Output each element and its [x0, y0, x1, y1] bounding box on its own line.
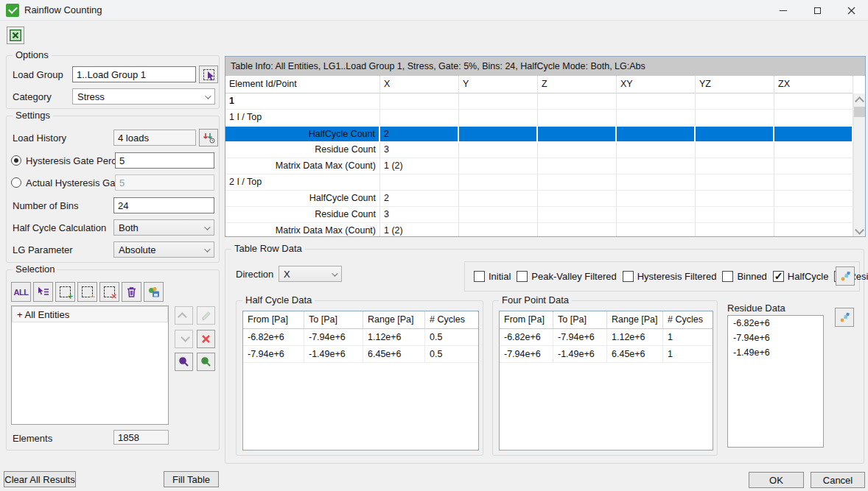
magnifier-purple-icon	[178, 356, 189, 367]
cell: 1.12e+6	[607, 329, 663, 346]
cell: -6.82e+6	[500, 329, 553, 346]
column-header[interactable]: YZ	[696, 76, 774, 93]
cell	[774, 191, 853, 207]
plot-residue-button[interactable]	[835, 308, 854, 327]
scatter-plot-icon	[839, 312, 850, 323]
select-all-button[interactable]: ALL	[11, 282, 31, 302]
cell	[459, 126, 538, 142]
pick-from-list-button[interactable]	[33, 282, 53, 302]
cell	[696, 126, 774, 142]
filter-halfcycle[interactable]: HalfCycle	[773, 271, 829, 282]
plot-filtered-data-button[interactable]	[836, 266, 855, 286]
cancel-button[interactable]: Cancel	[811, 472, 865, 488]
remove-from-selection-button[interactable]: −	[77, 282, 97, 302]
clear-all-results-button[interactable]: Clear All Results	[4, 471, 76, 487]
cell	[696, 207, 774, 223]
table-row[interactable]: -6.82e+6 -7.94e+6 1.12e+6 0.5	[243, 329, 478, 346]
elements-count-field	[113, 430, 169, 445]
table-row[interactable]: HalfCycle Count 2	[225, 191, 853, 207]
filter-peak-valley-filtered[interactable]: Peak-Valley Filtered	[517, 271, 616, 282]
minimize-button[interactable]	[766, 0, 800, 21]
load-group-picker-button[interactable]	[199, 66, 218, 83]
table-row[interactable]: -7.94e+6 -1.49e+6 6.45e+6 1	[500, 346, 713, 363]
table-row[interactable]: 1	[225, 93, 853, 110]
list-item[interactable]: + All Entities	[12, 306, 168, 322]
fill-table-button[interactable]: Fill Table	[164, 471, 219, 487]
column-header[interactable]: Y	[459, 76, 538, 93]
selection-list[interactable]: + All Entities	[11, 305, 169, 425]
filter-label: Peak-Valley Filtered	[531, 271, 616, 282]
selection-group: Selection ALL + − ✕ + All Entities	[6, 269, 220, 451]
column-header[interactable]: X	[380, 76, 459, 93]
filter-label: HalfCycle	[788, 271, 829, 282]
cell: -1.49e+6	[553, 346, 607, 363]
zoom-selection-button[interactable]	[175, 353, 193, 371]
load-history-field[interactable]	[113, 130, 196, 146]
vertical-scrollbar[interactable]	[853, 93, 865, 237]
filter-initial[interactable]: Initial	[474, 271, 511, 282]
delete-selection-button[interactable]: ✕	[99, 282, 119, 302]
cell	[617, 126, 696, 142]
column-header: To [Pa]	[553, 311, 607, 328]
cell	[538, 142, 617, 158]
load-history-edit-button[interactable]	[199, 129, 218, 146]
zoom-fit-button[interactable]	[197, 353, 215, 371]
ok-button[interactable]: OK	[749, 472, 804, 488]
add-to-selection-button[interactable]: +	[55, 282, 75, 302]
table-row[interactable]: Residue Count 3	[225, 142, 853, 158]
column-header[interactable]: Element Id/Point	[225, 76, 380, 93]
export-excel-button[interactable]	[7, 27, 24, 44]
cell-x: 2	[380, 191, 459, 207]
load-group-input[interactable]	[72, 66, 196, 82]
direction-select[interactable]: X	[279, 266, 342, 282]
lg-parameter-select[interactable]: Absolute	[113, 241, 214, 258]
hysteresis-gate-percent-input[interactable]	[115, 152, 214, 169]
checkbox	[722, 271, 733, 282]
half-cycle-data-group: Half Cycle Data From [Pa] To [Pa] Range …	[236, 300, 483, 456]
filter-hysteresis-filtered[interactable]: Hysteresis Filtered	[623, 271, 717, 282]
save-selection-button[interactable]	[144, 282, 164, 302]
cell	[459, 207, 538, 223]
row-label-cell: 1 I / Top	[225, 110, 380, 126]
table-row[interactable]: -6.82e+6 -7.94e+6 1.12e+6 1	[500, 329, 713, 346]
cell	[380, 174, 459, 191]
half-cycle-table[interactable]: From [Pa] To [Pa] Range [Pa] # Cycles -6…	[242, 311, 479, 451]
table-row[interactable]: 1 I / Top	[225, 110, 853, 126]
column-header[interactable]: Z	[538, 76, 617, 93]
cell	[459, 110, 538, 126]
four-point-table[interactable]: From [Pa] To [Pa] Range [Pa] # Cycles -6…	[499, 311, 713, 451]
table-row-data-group: Table Row Data Direction X Initial Peak-…	[225, 249, 864, 464]
clear-selection-button[interactable]	[122, 282, 141, 302]
table-row[interactable]: Matrix Data Max (Count) 1 (2)	[225, 223, 853, 237]
maximize-button[interactable]	[800, 0, 834, 21]
cell	[538, 93, 617, 110]
remove-item-button[interactable]	[197, 330, 215, 348]
number-of-bins-input[interactable]	[113, 197, 214, 213]
column-header[interactable]: ZX	[774, 76, 853, 93]
row-label-cell: 1	[225, 93, 380, 110]
residue-value: -1.49e+6	[728, 345, 823, 360]
table-row[interactable]: -7.94e+6 -1.49e+6 6.45e+6 0.5	[243, 346, 478, 363]
move-down-button[interactable]	[175, 330, 193, 348]
cell	[538, 207, 617, 223]
table-row[interactable]: 2 I / Top	[225, 174, 853, 191]
half-cycle-calculation-select[interactable]: Both	[113, 219, 214, 236]
move-up-button[interactable]	[175, 306, 193, 325]
table-row[interactable]: Matrix Data Max (Count) 1 (2)	[225, 158, 853, 174]
scrollbar-thumb[interactable]	[854, 107, 865, 117]
residue-list[interactable]: -6.82e+6 -7.94e+6 -1.49e+6	[727, 315, 824, 448]
cell	[459, 174, 538, 191]
cell	[459, 223, 538, 237]
edit-button[interactable]	[197, 306, 215, 325]
hysteresis-gate-percent-radio[interactable]	[11, 155, 21, 166]
category-select[interactable]: Stress	[72, 88, 215, 105]
table-row[interactable]: Residue Count 3	[225, 207, 853, 223]
chevron-down-icon	[181, 333, 190, 342]
column-header[interactable]: XY	[617, 76, 696, 93]
table-row-selected[interactable]: HalfCycle Count 2	[225, 126, 853, 142]
filter-binned[interactable]: Binned	[722, 271, 766, 282]
scroll-down-icon	[855, 225, 864, 235]
actual-hysteresis-gate-radio[interactable]	[11, 177, 21, 188]
load-history-icon	[203, 133, 215, 144]
close-button[interactable]	[834, 0, 868, 21]
